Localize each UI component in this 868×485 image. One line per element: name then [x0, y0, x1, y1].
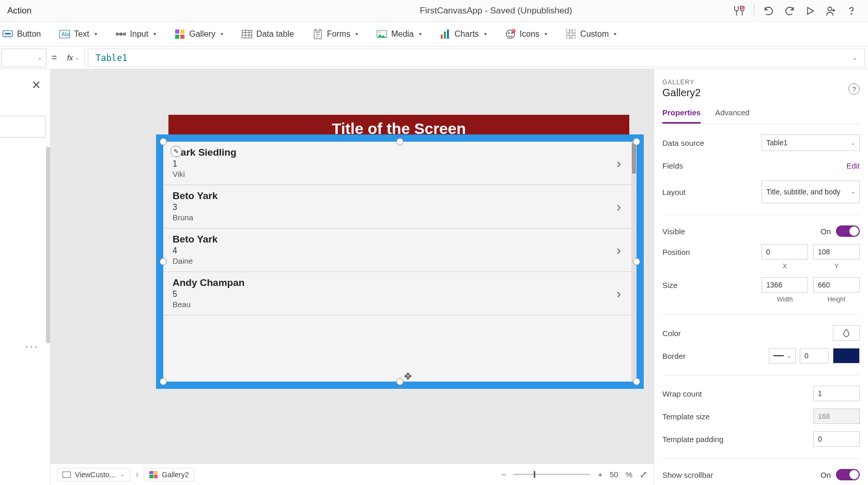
property-dropdown[interactable]: ⌄ — [1, 49, 47, 67]
play-icon[interactable] — [801, 2, 819, 20]
border-color-picker[interactable] — [833, 348, 860, 363]
input-insert[interactable]: Input ▾ — [116, 29, 157, 39]
chevron-right-icon[interactable]: › — [616, 199, 621, 215]
redo-icon[interactable] — [780, 2, 799, 20]
icons-insert[interactable]: Icons ▾ — [505, 29, 547, 39]
chevron-down-icon: ▾ — [95, 31, 97, 37]
gallery-insert[interactable]: Gallery ▾ — [175, 29, 223, 39]
charts-label: Charts — [455, 29, 479, 39]
tree-search-box[interactable] — [0, 116, 45, 138]
canvas[interactable]: Title of the Screen Mark Siedling1Viki›B… — [51, 69, 654, 463]
fit-to-screen-icon[interactable]: ⤢ — [640, 469, 647, 480]
undo-icon[interactable] — [760, 2, 778, 20]
layout-dropdown[interactable]: Title, subtitle, and body ⌄ — [762, 180, 860, 203]
chevron-down-icon: ▾ — [153, 31, 156, 37]
resize-handle-sw[interactable] — [160, 378, 167, 385]
resize-handle-s[interactable] — [396, 378, 404, 385]
close-icon[interactable]: ✕ — [32, 79, 41, 92]
gallery-row[interactable]: Mark Siedling1Viki› — [163, 142, 637, 185]
zoom-out-icon[interactable]: − — [501, 470, 506, 479]
breadcrumb-screen-label: ViewCusto... — [75, 471, 115, 479]
gallery-row[interactable]: Beto Yark3Bruna› — [163, 185, 637, 229]
app-checker-icon[interactable] — [730, 2, 749, 20]
resize-handle-se[interactable] — [633, 378, 640, 385]
template-padding-label: Template padding — [662, 435, 723, 444]
layout-label: Layout — [662, 188, 686, 196]
svg-point-2 — [828, 7, 832, 10]
datatable-insert[interactable]: Data table — [242, 29, 294, 39]
chevron-down-icon: ⌄ — [851, 140, 855, 146]
resize-handle-e[interactable] — [633, 258, 640, 265]
breadcrumb-control[interactable]: Gallery2 — [144, 468, 194, 481]
media-insert[interactable]: Media ▾ — [377, 29, 422, 39]
color-picker[interactable] — [833, 325, 860, 341]
share-icon[interactable] — [822, 2, 840, 20]
resize-handle-n[interactable] — [396, 138, 404, 145]
chevron-down-icon: ▾ — [221, 31, 223, 37]
text-insert[interactable]: Abc Text ▾ — [59, 29, 97, 39]
size-height-input[interactable]: 660 — [813, 277, 860, 293]
show-scrollbar-toggle[interactable] — [836, 469, 860, 480]
chevron-down-icon: ▾ — [614, 31, 616, 37]
zoom-slider[interactable] — [513, 474, 591, 475]
tree-scrollbar[interactable] — [46, 147, 50, 343]
template-size-input[interactable]: 168 — [813, 408, 860, 424]
tab-properties[interactable]: Properties — [662, 108, 701, 124]
row-subtitle: 4 — [173, 246, 627, 255]
svg-rect-14 — [180, 35, 184, 39]
gallery-scroll-thumb[interactable] — [632, 143, 636, 174]
svg-rect-17 — [316, 29, 320, 31]
border-style-dropdown[interactable]: ⌄ — [769, 348, 796, 363]
svg-point-19 — [379, 32, 381, 34]
resize-handle-ne[interactable] — [633, 138, 640, 145]
zoom-in-icon[interactable]: + — [598, 470, 602, 479]
position-x-input[interactable]: 0 — [762, 244, 808, 260]
expand-formula-icon[interactable]: ⌄ — [853, 54, 857, 61]
action-menu[interactable]: Action — [0, 6, 39, 16]
charts-insert[interactable]: Charts ▾ — [440, 29, 487, 39]
row-subtitle: 1 — [173, 159, 627, 169]
datasource-dropdown[interactable]: Table1 ⌄ — [762, 134, 860, 151]
panel-help-icon[interactable]: ? — [848, 83, 860, 95]
control-name[interactable]: Gallery2 — [662, 87, 860, 99]
fx-button[interactable]: fx⌄ — [62, 49, 85, 67]
custom-insert[interactable]: Custom ▾ — [566, 29, 616, 39]
color-label: Color — [662, 329, 681, 338]
template-padding-input[interactable]: 0 — [813, 431, 860, 447]
gallery-row[interactable]: Beto Yark4Daine› — [163, 229, 637, 272]
chevron-right-icon[interactable]: › — [616, 285, 621, 301]
media-label: Media — [391, 29, 414, 39]
tab-advanced[interactable]: Advanced — [715, 108, 750, 124]
forms-insert[interactable]: Forms ▾ — [313, 29, 358, 39]
size-width-input[interactable]: 1366 — [762, 277, 808, 293]
breadcrumb-control-label: Gallery2 — [162, 471, 189, 479]
gallery-icon — [149, 471, 158, 478]
resize-handle-w[interactable] — [160, 258, 167, 265]
chevron-down-icon: ▾ — [355, 31, 358, 37]
help-icon[interactable] — [842, 2, 861, 20]
resize-handle-nw[interactable] — [160, 138, 167, 145]
show-scrollbar-value: On — [820, 471, 831, 479]
text-label: Text — [74, 29, 89, 39]
wrap-count-input[interactable]: 1 — [813, 386, 860, 401]
fields-edit-link[interactable]: Edit — [846, 161, 860, 170]
position-y-input[interactable]: 108 — [813, 244, 860, 260]
visible-toggle[interactable] — [836, 225, 860, 237]
x-sublabel: X — [762, 263, 808, 270]
breadcrumb-screen[interactable]: ViewCusto... ⌄ — [57, 468, 130, 481]
svg-point-25 — [512, 33, 513, 34]
chevron-right-icon[interactable]: › — [616, 242, 621, 258]
chevron-right-icon[interactable]: › — [616, 155, 621, 171]
gallery-selection[interactable]: Mark Siedling1Viki›Beto Yark3Bruna›Beto … — [156, 134, 644, 389]
edit-template-icon[interactable]: ✎ — [171, 146, 182, 157]
app-title: FirstCanvasApp - Saved (Unpublished) — [420, 6, 572, 16]
layout-value: Title, subtitle, and body — [766, 188, 840, 196]
button-insert[interactable]: Button — [3, 29, 41, 39]
row-subtitle: 5 — [173, 290, 627, 299]
row-title: Beto Yark — [173, 190, 627, 202]
gallery-row[interactable]: Andy Champan5Beau› — [163, 272, 637, 315]
formula-input[interactable]: Table1 ⌄ — [88, 49, 865, 67]
more-icon[interactable]: ··· — [25, 340, 39, 352]
border-width-input[interactable]: 0 — [800, 348, 829, 363]
svg-rect-30 — [572, 35, 576, 39]
